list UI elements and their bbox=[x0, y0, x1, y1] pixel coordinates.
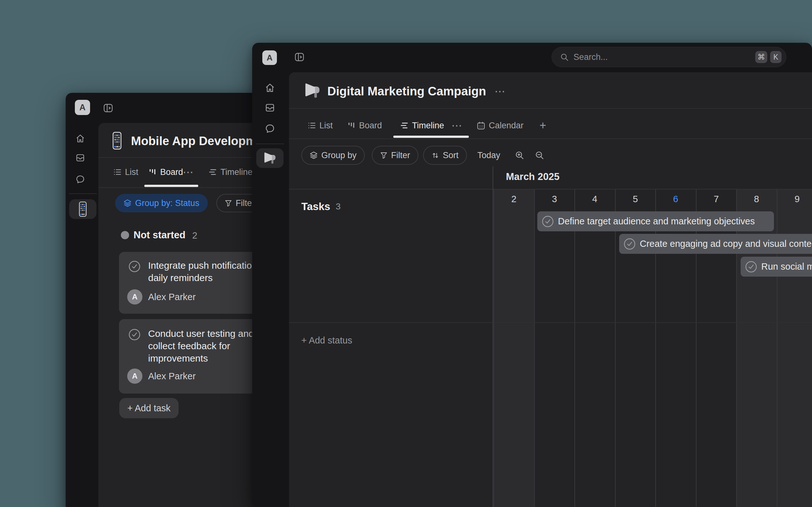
tab-list[interactable]: List bbox=[113, 163, 138, 181]
day-cell[interactable]: 5 bbox=[615, 192, 656, 206]
timeline-bar[interactable]: Define target audience and marketing obj… bbox=[537, 211, 774, 231]
inbox-icon[interactable] bbox=[75, 153, 85, 163]
day-cell[interactable]: 4 bbox=[574, 192, 615, 206]
group-name[interactable]: Tasks bbox=[301, 201, 330, 213]
filter-label: Filter bbox=[236, 199, 255, 208]
tab-board-more[interactable]: ⋯ bbox=[183, 163, 194, 181]
plus-icon: + bbox=[540, 119, 546, 132]
add-task-button[interactable]: + Add task bbox=[119, 398, 179, 418]
day-cell[interactable]: 7 bbox=[696, 192, 737, 206]
timeline-row-divider bbox=[289, 322, 812, 323]
tab-timeline[interactable]: Timeline bbox=[400, 117, 444, 134]
list-icon bbox=[308, 121, 316, 130]
add-status-button[interactable]: + Add status bbox=[301, 333, 352, 348]
check-circle-icon[interactable] bbox=[129, 329, 141, 341]
assignee-initial: A bbox=[132, 372, 137, 381]
filter-icon bbox=[224, 199, 232, 207]
tab-list-label: List bbox=[125, 167, 138, 177]
search-icon bbox=[560, 53, 569, 61]
tab-board[interactable]: Board bbox=[347, 117, 382, 134]
rail-divider bbox=[69, 193, 97, 194]
chat-icon[interactable] bbox=[75, 175, 85, 184]
tab-board-label: Board bbox=[359, 121, 382, 130]
calendar-icon bbox=[477, 121, 485, 130]
day-gridline bbox=[574, 189, 575, 507]
page-title: Digital Marketing Campaign bbox=[327, 83, 486, 99]
workspace-avatar[interactable]: A bbox=[75, 100, 90, 115]
home-icon[interactable] bbox=[75, 134, 85, 143]
zoom-out-icon[interactable] bbox=[535, 151, 544, 160]
assignee-avatar: A bbox=[127, 289, 142, 304]
panel-toggle-icon[interactable] bbox=[103, 103, 113, 113]
task-title-line: collect feedback for bbox=[148, 340, 254, 352]
filter-button[interactable]: Filter bbox=[372, 146, 418, 165]
day-cell[interactable]: 8 bbox=[736, 192, 777, 206]
timeline-bar[interactable]: Create engaging ad copy and visual conte… bbox=[619, 234, 812, 254]
today-button[interactable]: Today bbox=[477, 146, 500, 165]
day-cell[interactable]: 2 bbox=[494, 192, 534, 206]
sort-icon bbox=[432, 152, 439, 159]
inbox-icon[interactable] bbox=[265, 103, 275, 113]
day-gridline bbox=[534, 189, 535, 507]
sort-button[interactable]: Sort bbox=[423, 146, 467, 165]
tab-calendar-label: Calendar bbox=[489, 121, 524, 130]
more-icon: ⋯ bbox=[451, 119, 463, 132]
search-placeholder: Search... bbox=[573, 52, 755, 62]
timeline-bar[interactable]: Run social media ads bbox=[741, 257, 812, 277]
assignee-name: Alex Parker bbox=[148, 369, 196, 384]
day-gridline bbox=[494, 189, 494, 507]
tab-list[interactable]: List bbox=[308, 117, 333, 134]
assignee-avatar: A bbox=[127, 369, 142, 384]
project-menu-button[interactable]: ⋯ bbox=[495, 83, 506, 99]
group-by-label: Group by bbox=[321, 151, 357, 160]
tab-timeline[interactable]: Timeline bbox=[209, 163, 252, 181]
tabs-divider bbox=[289, 138, 812, 139]
timeline-month-label: March 2025 bbox=[506, 169, 560, 184]
shortcut-cmd-key: ⌘ bbox=[755, 51, 767, 63]
timeline-separator bbox=[493, 166, 493, 507]
tab-board-label: Board bbox=[160, 167, 183, 177]
day-cell-today[interactable]: 6 bbox=[655, 192, 696, 206]
tab-timeline-more[interactable]: ⋯ bbox=[451, 117, 463, 134]
zoom-in-icon[interactable] bbox=[515, 151, 524, 160]
title-divider bbox=[289, 108, 812, 109]
workspace-avatar-letter: A bbox=[79, 103, 86, 112]
group-count: 3 bbox=[336, 202, 341, 212]
chat-icon[interactable] bbox=[265, 124, 275, 134]
check-circle-icon[interactable] bbox=[129, 261, 141, 273]
date-row-divider bbox=[289, 189, 812, 189]
tab-calendar[interactable]: Calendar bbox=[477, 117, 524, 134]
day-gridline bbox=[615, 189, 616, 507]
tab-board[interactable]: Board bbox=[148, 163, 183, 181]
add-view-button[interactable]: + bbox=[540, 117, 546, 134]
status-dot bbox=[121, 231, 129, 239]
tab-list-label: List bbox=[319, 121, 333, 130]
group-by-status-button[interactable]: Group by: Status bbox=[115, 194, 208, 212]
timeline-bar-label: Define target audience and marketing obj… bbox=[558, 216, 755, 227]
group-by-button[interactable]: Group by bbox=[301, 146, 365, 165]
sidebar-project-mobile-app[interactable] bbox=[69, 199, 96, 219]
workspace-avatar[interactable]: A bbox=[262, 50, 277, 65]
workspace-avatar-letter: A bbox=[267, 53, 273, 63]
group-name: Not started bbox=[134, 228, 186, 243]
assignee-name: Alex Parker bbox=[148, 289, 196, 304]
active-tab-underline bbox=[393, 135, 469, 138]
check-circle-icon[interactable] bbox=[623, 238, 636, 250]
sidebar-project-marketing[interactable] bbox=[256, 148, 284, 168]
timeline-icon bbox=[209, 168, 217, 176]
search-input[interactable]: Search... ⌘ K bbox=[552, 47, 786, 67]
day-cell[interactable]: 3 bbox=[534, 192, 575, 206]
home-icon[interactable] bbox=[265, 83, 275, 93]
shortcut-k-key: K bbox=[770, 51, 781, 63]
group-count: 2 bbox=[192, 228, 197, 243]
day-cell[interactable]: 9 bbox=[777, 192, 812, 206]
assignee-initial: A bbox=[132, 292, 137, 301]
task-title-line: Conduct user testing and bbox=[148, 327, 254, 340]
megaphone-icon bbox=[263, 151, 277, 165]
tab-timeline-label: Timeline bbox=[412, 121, 444, 130]
project-smartphone-icon bbox=[113, 131, 121, 150]
check-circle-icon[interactable] bbox=[542, 216, 554, 228]
filter-label: Filter bbox=[391, 151, 410, 160]
panel-toggle-icon[interactable] bbox=[294, 52, 305, 62]
check-circle-icon[interactable] bbox=[745, 261, 757, 273]
